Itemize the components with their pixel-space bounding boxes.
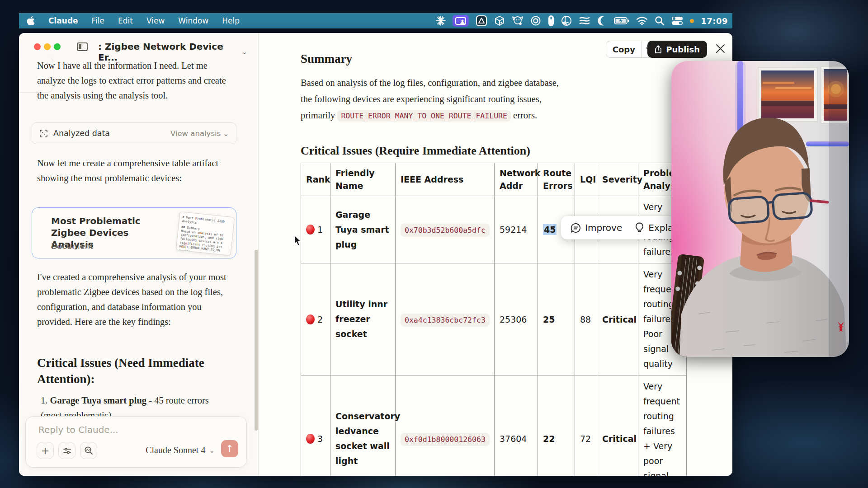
artifact-card-type: Document: [51, 241, 93, 251]
apple-logo-icon: [27, 16, 35, 25]
wifi-icon[interactable]: [636, 15, 648, 27]
chat-panel: : Zigbee Network Device Er... ⌄ Now I ha…: [19, 33, 259, 476]
table-row: 2 Utility innr freezer socket 0xa4c13836…: [301, 263, 687, 375]
menubar-clock[interactable]: 17:09: [701, 16, 728, 26]
table-header-row: Rank Friendly Name IEEE Address Network …: [301, 163, 687, 196]
layers-icon[interactable]: [579, 15, 590, 27]
chevron-down-icon: ⌄: [223, 130, 229, 138]
magnifier-wave-icon: [84, 446, 93, 455]
tools-button[interactable]: [58, 442, 75, 459]
share-icon: [655, 45, 662, 53]
col-route: Route Errors: [538, 163, 575, 196]
col-net: Network Addr: [495, 163, 538, 196]
analyzed-data-card[interactable]: Analyzed data View analysis ⌄: [32, 122, 236, 144]
chat-heading-critical: Critical Issues (Need Immediate Attentio…: [37, 355, 236, 387]
assistant-message-1: Now I have all the information I need. L…: [37, 58, 231, 103]
record-icon[interactable]: [530, 15, 541, 27]
ieee-address: 0xf0d1b80000126063: [401, 433, 490, 446]
ieee-address: 0x70b3d52b600a5dfc: [401, 224, 490, 237]
recording-dot: [690, 19, 694, 23]
device-table: Rank Friendly Name IEEE Address Network …: [301, 163, 687, 476]
chat-scrollbar[interactable]: [255, 250, 258, 431]
arrow-up-icon: ↑: [226, 443, 234, 454]
tool-card-label: Analyzed data: [53, 129, 110, 138]
device-name-bold: Garage Tuya smart plug: [50, 395, 147, 405]
chevron-down-icon: ⌄: [209, 446, 215, 455]
attach-button[interactable]: +: [37, 442, 54, 459]
critical-dot-icon: [306, 314, 315, 324]
apple-menu[interactable]: [27, 15, 35, 27]
col-rank: Rank: [301, 163, 330, 196]
critical-dot-icon: [306, 225, 315, 235]
control-center-icon[interactable]: [671, 15, 683, 27]
artifact-card[interactable]: Most Problematic Zigbee Devices Analysis…: [32, 207, 236, 258]
wall-photo-left: [758, 67, 817, 122]
summary-paragraph: Based on analysis of the log files, conf…: [301, 75, 559, 124]
menubar-app-name[interactable]: Claude: [48, 16, 78, 25]
critical-dot-icon: [306, 434, 315, 444]
list-number: 1.: [41, 395, 47, 405]
claude-window: : Zigbee Network Device Er... ⌄ Now I ha…: [19, 33, 732, 476]
error-code-token: ROUTE_ERROR_MANY_TO_ONE_ROUTE_FAILURE: [337, 110, 511, 122]
search-icon[interactable]: [655, 15, 665, 27]
critical-issues-heading: Critical Issues (Require Immediate Atten…: [301, 144, 530, 158]
title-prefix-fragment: :: [98, 41, 102, 52]
cat-app-icon[interactable]: [512, 15, 524, 27]
view-analysis-button[interactable]: View analysis ⌄: [170, 129, 229, 138]
menubar-item-view[interactable]: View: [146, 16, 165, 25]
selected-text: 45: [543, 224, 557, 235]
col-lqi: LQI: [575, 163, 597, 196]
cube-icon[interactable]: [494, 15, 505, 27]
sliders-icon: [63, 447, 71, 455]
zoom-window-button[interactable]: [54, 43, 61, 50]
col-severity: Severity: [597, 163, 638, 196]
assistant-message-2: Now let me create a comprehensive table …: [37, 156, 231, 186]
sidebar-toggle-icon[interactable]: [77, 42, 88, 51]
col-name: Friendly Name: [330, 163, 396, 196]
close-window-button[interactable]: [34, 43, 41, 50]
close-artifact-button[interactable]: [716, 44, 725, 56]
model-selector[interactable]: Claude Sonnet 4 ⌄: [146, 445, 215, 455]
minimize-window-button[interactable]: [44, 43, 51, 50]
mouse-cursor: [294, 235, 302, 249]
publish-label: Publish: [666, 45, 700, 54]
lightbulb-icon: [635, 222, 644, 233]
webcam-overlay: [671, 61, 849, 357]
publish-button[interactable]: Publish: [647, 41, 707, 58]
prism-app-icon[interactable]: [476, 15, 487, 27]
reply-input[interactable]: Reply to Claude...: [38, 424, 118, 435]
analysis-icon: [39, 129, 48, 138]
close-icon: [716, 44, 725, 53]
send-button[interactable]: ↑: [221, 440, 238, 457]
mouse-battery-icon[interactable]: [548, 15, 554, 27]
summary-heading: Summary: [301, 52, 352, 66]
research-button[interactable]: [80, 442, 97, 459]
table-row: 3 Conservatory ledvance socket wall ligh…: [301, 375, 687, 476]
improve-button[interactable]: Improve: [571, 222, 622, 233]
artifact-panel: Copy Publish Summary Based on analysis o…: [259, 33, 732, 476]
moon-focus-icon[interactable]: [597, 15, 607, 27]
improve-label: Improve: [585, 222, 622, 233]
webcam-video: [671, 61, 849, 357]
model-name: Claude Sonnet 4: [146, 445, 205, 455]
menubar-item-help[interactable]: Help: [222, 16, 240, 25]
screen-share-icon[interactable]: [453, 15, 469, 27]
battery-icon[interactable]: [614, 15, 629, 27]
comment-icon: [571, 223, 581, 233]
col-ieee: IEEE Address: [396, 163, 495, 196]
assistant-message-3: I've created a comprehensive analysis of…: [37, 270, 231, 329]
menubar-item-window[interactable]: Window: [178, 16, 208, 25]
chevron-down-icon: ⌄: [241, 48, 247, 56]
menubar-item-file[interactable]: File: [92, 16, 104, 25]
artifact-thumbnail: # Most Problematic Zigb Analysis ## Summ…: [176, 211, 235, 256]
menubar: Claude File Edit View Window Help: [19, 13, 732, 28]
plus-icon: +: [41, 445, 49, 456]
copy-label: Copy: [606, 45, 642, 54]
reply-input-container: Reply to Claude... +: [25, 416, 247, 468]
ieee-address: 0xa4c13836cbc72fc3: [401, 314, 490, 327]
ball-icon[interactable]: [561, 15, 572, 27]
menubar-item-edit[interactable]: Edit: [118, 16, 133, 25]
sparkle-icon[interactable]: [436, 15, 446, 27]
